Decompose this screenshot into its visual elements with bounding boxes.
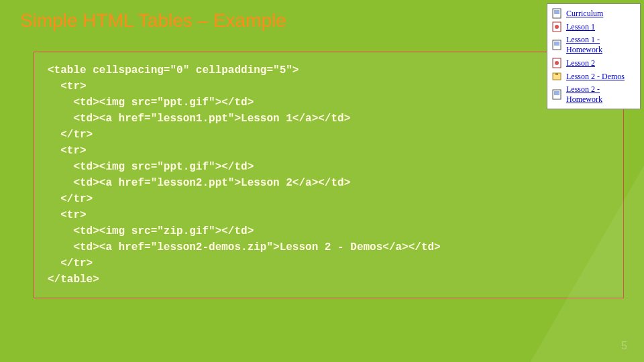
list-item: Lesson 1 - Homework (551, 34, 636, 56)
code-line: <td><img src="ppt.gif"></td> (48, 161, 254, 173)
list-item: Curriculum (551, 7, 636, 20)
code-line: <table cellspacing="0" cellpadding="5"> (48, 64, 299, 76)
code-line: </tr> (48, 193, 93, 205)
list-item: Lesson 1 (551, 20, 636, 34)
ppt-icon (551, 58, 562, 68)
lesson1-homework-link[interactable]: Lesson 1 - Homework (566, 35, 636, 55)
code-line: <tr> (48, 80, 87, 93)
links-output-panel: Curriculum Lesson 1 Lesson 1 - Homework … (547, 3, 641, 109)
code-line: <tr> (48, 209, 87, 221)
svg-point-5 (555, 25, 559, 29)
lesson1-link[interactable]: Lesson 1 (566, 22, 595, 32)
doc-icon (551, 89, 562, 100)
doc-icon (551, 8, 562, 19)
svg-rect-13 (555, 73, 558, 75)
list-item: Lesson 2 - Homework (551, 83, 636, 106)
zip-icon (551, 71, 562, 82)
code-line: </tr> (48, 257, 93, 269)
list-item: Lesson 2 - Demos (551, 70, 636, 83)
page-number: 5 (621, 340, 627, 352)
code-line: <td><img src="ppt.gif"></td> (48, 97, 254, 109)
code-line: <td><img src="zip.gif"></td> (48, 225, 254, 237)
lesson2-link[interactable]: Lesson 2 (566, 58, 595, 68)
code-line: <td><a href="lesson2-demos.zip">Lesson 2… (48, 241, 441, 253)
code-line: <td><a href="lesson1.ppt">Lesson 1</a></… (48, 113, 350, 125)
code-line: <tr> (48, 145, 87, 157)
lesson2-demos-link[interactable]: Lesson 2 - Demos (566, 72, 625, 82)
svg-point-11 (555, 61, 559, 65)
ppt-icon (551, 21, 562, 32)
code-line: <td><a href="lesson2.ppt">Lesson 2</a></… (48, 177, 350, 189)
list-item: Lesson 2 (551, 56, 636, 70)
doc-icon (551, 40, 562, 50)
lesson2-homework-link[interactable]: Lesson 2 - Homework (566, 84, 636, 105)
code-line: </table> (48, 274, 99, 286)
curriculum-link[interactable]: Curriculum (566, 9, 603, 19)
decorative-triangle (472, 140, 644, 362)
code-line: </tr> (48, 129, 93, 141)
